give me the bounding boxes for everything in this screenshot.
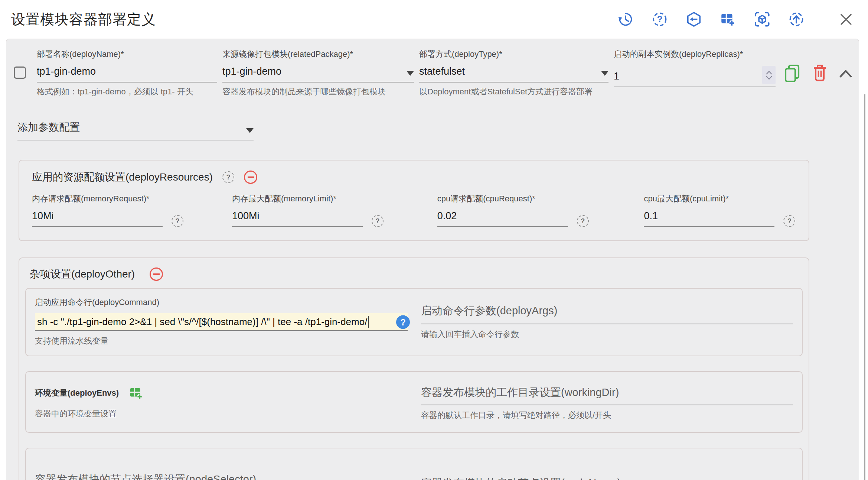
chevron-up-icon[interactable] [838, 68, 854, 80]
replicas-input[interactable]: 1 [614, 66, 776, 87]
field-working-dir: 容器发布模块的工作目录设置(workingDir) 容器的默认工作目录，请填写绝… [421, 385, 793, 421]
header-toolbar: ? [617, 11, 855, 28]
add-param-label: 添加参数配置 [17, 120, 80, 134]
remove-other-button[interactable] [150, 267, 163, 281]
dropdown-arrow-icon[interactable] [601, 71, 608, 76]
field-cpu-request: cpu请求配额(cpuRequest)* 0.02 ? [437, 193, 644, 227]
replicas-stepper[interactable] [762, 66, 776, 84]
table-add-icon[interactable] [719, 11, 737, 28]
row-select-checkbox[interactable] [14, 67, 26, 79]
add-env-table-icon[interactable] [128, 385, 144, 401]
field-label: cpu请求配额(cpuRequest)* [437, 193, 644, 204]
field-label: 部署名称(deployName)* [37, 49, 217, 60]
help-icon[interactable]: ? [577, 215, 589, 227]
deploy-row: 部署名称(deployName)* tp1-gin-demo 格式例如：tp1-… [12, 49, 859, 97]
field-node-name: 容器发布模块的启动节点设置(nodeName) 容器在以下名字的节点上启动 [421, 476, 793, 480]
related-package-select[interactable]: tp1-gin-demo [222, 66, 414, 82]
resources-section: 应用的资源配额设置(deployResources) ? 内存请求配额(memo… [19, 160, 809, 241]
other-section: 杂项设置(deployOther) 启动应用命令行(deployCommand)… [19, 257, 809, 480]
field-label: 启动的副本实例数(deployReplicas)* [614, 49, 776, 60]
node-group: 容器发布模块的节点选择器设置(nodeSelector) 容器在包含以下标签的节… [25, 448, 803, 480]
node-name-select[interactable]: 容器发布模块的启动节点设置(nodeName) [421, 476, 793, 480]
command-help-icon[interactable]: ? [396, 315, 410, 329]
help-icon[interactable]: ? [222, 171, 234, 183]
remove-resources-button[interactable] [244, 171, 257, 184]
upload-icon[interactable] [788, 11, 805, 28]
memory-limit-input[interactable]: 100Mi [232, 210, 363, 227]
history-icon[interactable] [617, 11, 634, 28]
field-deploy-type: 部署方式(deployType)* statefulset 以Deploymen… [419, 49, 614, 97]
row-actions [783, 49, 854, 84]
help-icon[interactable]: ? [783, 215, 795, 227]
cpu-limit-input[interactable]: 0.1 [644, 210, 774, 227]
field-node-selector: 容器发布模块的节点选择器设置(nodeSelector) 容器在包含以下标签的节… [35, 472, 408, 480]
node-selector-select[interactable]: 容器发布模块的节点选择器设置(nodeSelector) [35, 472, 408, 480]
field-related-package: 来源镜像打包模块(relatedPackage)* tp1-gin-demo 容… [222, 49, 419, 97]
field-hint: 容器的默认工作目录，请填写绝对路径，必须以/开头 [421, 410, 793, 421]
help-icon[interactable]: ? [651, 11, 668, 28]
hexagon-back-icon[interactable] [685, 11, 702, 28]
command-group: 启动应用命令行(deployCommand) sh -c "./tp1-gin-… [25, 288, 803, 356]
other-title: 杂项设置(deployOther) [30, 267, 135, 281]
dropdown-arrow-icon[interactable] [246, 128, 254, 133]
close-icon[interactable] [838, 11, 855, 28]
field-hint: 请输入回车插入命令行参数 [421, 329, 793, 340]
deploy-command-input[interactable]: sh -c "./tp1-gin-demo 2>&1 | sed \"s/^/[… [35, 313, 408, 331]
text-cursor [368, 316, 369, 328]
add-param-select[interactable]: 添加参数配置 [17, 120, 254, 140]
field-label: 内存最大配额(memoryLimit)* [232, 193, 437, 204]
memory-request-input[interactable]: 10Mi [32, 210, 163, 227]
field-hint: 支持使用流水线变量 [35, 335, 408, 347]
field-label: cpu最大配额(cpuLimit)* [644, 193, 799, 204]
scrollbar-thumb[interactable] [864, 94, 865, 480]
field-deploy-envs: 环境变量(deployEnvs) 容器中的环境变量设置 [35, 385, 408, 419]
field-hint: 以Deployment或者StatefulSet方式进行容器部署 [419, 86, 608, 97]
trash-icon[interactable] [811, 64, 828, 83]
field-label: 部署方式(deployType)* [419, 49, 608, 60]
field-hint: 格式例如：tp1-gin-demo，必须以 tp1- 开头 [37, 86, 217, 97]
resources-title: 应用的资源配额设置(deployResources) [32, 170, 213, 184]
field-deploy-args: 启动命令行参数(deployArgs) 请输入回车插入命令行参数 [421, 297, 793, 347]
scan-cube-icon[interactable] [754, 11, 771, 28]
field-label: 内存请求配额(memoryRequest)* [32, 193, 232, 204]
dropdown-arrow-icon[interactable] [407, 71, 414, 76]
svg-text:?: ? [657, 14, 663, 24]
deploy-name-input[interactable]: tp1-gin-demo [37, 66, 217, 82]
deploy-form-panel: 部署名称(deployName)* tp1-gin-demo 格式例如：tp1-… [6, 39, 859, 480]
field-label: 来源镜像打包模块(relatedPackage)* [222, 49, 414, 60]
page-title: 设置模块容器部署定义 [11, 10, 156, 29]
field-deploy-command: 启动应用命令行(deployCommand) sh -c "./tp1-gin-… [35, 297, 408, 347]
help-icon[interactable]: ? [172, 215, 183, 227]
dialog-header: 设置模块容器部署定义 ? [0, 0, 868, 39]
deploy-args-input[interactable]: 启动命令行参数(deployArgs) [421, 304, 793, 324]
copy-icon[interactable] [783, 64, 802, 84]
deploy-type-select[interactable]: statefulset [419, 66, 608, 82]
field-deploy-name: 部署名称(deployName)* tp1-gin-demo 格式例如：tp1-… [37, 49, 222, 97]
field-label: 启动应用命令行(deployCommand) [35, 297, 408, 308]
envs-group: 环境变量(deployEnvs) 容器中的环境变量设置 [25, 371, 803, 433]
working-dir-input[interactable]: 容器发布模块的工作目录设置(workingDir) [421, 385, 793, 405]
cpu-request-input[interactable]: 0.02 [437, 210, 568, 227]
field-deploy-replicas: 启动的副本实例数(deployReplicas)* 1 [614, 49, 781, 87]
field-hint: 容器发布模块的制品来源于哪些镜像打包模块 [222, 86, 414, 97]
field-cpu-limit: cpu最大配额(cpuLimit)* 0.1 ? [644, 193, 799, 227]
field-hint: 容器中的环境变量设置 [35, 408, 408, 419]
field-label: 环境变量(deployEnvs) [35, 387, 119, 399]
field-memory-request: 内存请求配额(memoryRequest)* 10Mi ? [32, 193, 232, 227]
help-icon[interactable]: ? [372, 215, 384, 227]
scrollbar-track [859, 39, 868, 480]
field-memory-limit: 内存最大配额(memoryLimit)* 100Mi ? [232, 193, 437, 227]
